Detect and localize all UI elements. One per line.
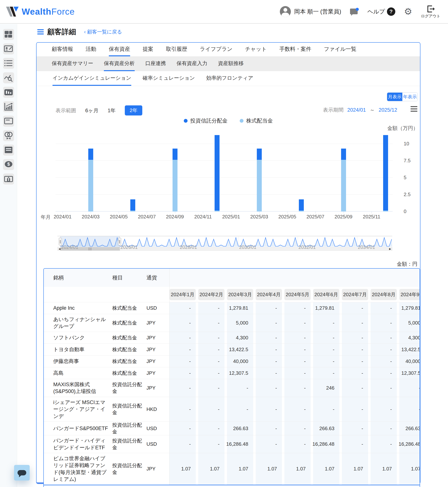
chat-fab-button[interactable] <box>14 465 30 480</box>
x-tick-mark <box>63 212 63 214</box>
cell-category: 株式配当金 <box>112 344 146 355</box>
table-row: Apple Inc株式配当金USD--1,279.81--1,279.81--1… <box>44 302 420 314</box>
cell-value: - <box>371 344 397 355</box>
cell-value: 1,279.81 <box>399 302 420 314</box>
subtab-保有資産分析[interactable]: 保有資産分析 <box>104 56 135 71</box>
tab-手数料・案件[interactable]: 手数料・案件 <box>280 43 312 56</box>
navigator-left-handle[interactable]: ∥ <box>59 238 62 245</box>
month-header-chip: 2024年2月 <box>198 289 224 300</box>
cell-value: - <box>169 356 196 367</box>
cell-security-name: MAXIS米国株式(S&P500)上場投信 <box>44 379 112 397</box>
navigator-selection[interactable] <box>60 236 120 247</box>
sidebar-item-list[interactable] <box>3 58 14 69</box>
tab-チャット[interactable]: チャット <box>245 43 267 56</box>
cell-value: - <box>256 379 282 397</box>
bar-stock-dividend <box>215 211 220 212</box>
navigator-scroll-right-arrow[interactable]: ▶ <box>388 247 392 251</box>
range-option-6ヶ月[interactable]: 6ヶ月 <box>85 107 98 114</box>
cell-value: - <box>342 379 368 397</box>
cell-month-values: --------- <box>169 397 420 422</box>
help-button[interactable]: ヘルプ ? <box>368 8 395 16</box>
cell-value: 266.63 <box>313 422 339 435</box>
subtab-口座連携[interactable]: 口座連携 <box>145 56 166 71</box>
period-from-value[interactable]: 2024/01 <box>347 107 366 113</box>
user-menu[interactable]: 岡本 順一 (営業員) <box>280 6 341 17</box>
navigator-right-handle[interactable]: ∥ <box>118 238 121 245</box>
sidebar-item-fee-dollar[interactable]: $ <box>3 159 14 170</box>
period-tilde: ～ <box>370 106 375 113</box>
cell-value: - <box>371 356 397 367</box>
income-table: 銘柄種目通貨2024年1月2024年2月2024年3月2024年4月2024年5… <box>43 268 420 487</box>
x-tick-mark <box>231 212 231 214</box>
tab-保有資産[interactable]: 保有資産 <box>109 43 130 56</box>
logout-button[interactable]: ログアウト <box>421 5 440 19</box>
month-header-slot: 2024年6月 <box>313 289 339 300</box>
toggle-year-display[interactable]: 年表示 <box>402 93 417 101</box>
cell-currency: JPY <box>146 356 169 367</box>
table-row: 高島株式配当金JPY--12,307.5-----12,307.5 <box>44 367 420 379</box>
navigator-scrollbar[interactable]: ◀|||▶ <box>57 247 392 251</box>
cell-category: 投資信託分配金 <box>112 453 146 485</box>
navigator-tick-label: 2032/01 <box>298 244 316 250</box>
tab-活動[interactable]: 活動 <box>86 43 96 56</box>
sidebar-item-proposal-card[interactable] <box>3 116 14 127</box>
tab-ファイル一覧[interactable]: ファイル一覧 <box>324 43 357 56</box>
total-month-values: 1.071.0792,863.991.071.0718,079.991.071.… <box>169 485 420 487</box>
simtab-効率的フロンティア[interactable]: 効率的フロンティア <box>206 71 253 86</box>
subtab-保有資産サマリー[interactable]: 保有資産サマリー <box>52 56 93 71</box>
x-tick-label: 2025/11 <box>363 214 380 220</box>
tab-取引履歴[interactable]: 取引履歴 <box>166 43 187 56</box>
sidebar-item-bar-chart[interactable] <box>3 87 14 98</box>
cell-value: - <box>256 422 282 435</box>
gridline <box>56 144 393 144</box>
tab-提案[interactable]: 提案 <box>143 43 153 56</box>
month-header-chip: 2024年7月 <box>342 289 368 300</box>
range-option-2年[interactable]: 2年 <box>125 105 142 115</box>
sidebar-item-growth-chart[interactable] <box>3 101 14 112</box>
cell-category: 株式配当金 <box>112 314 146 332</box>
tab-ライフプラン[interactable]: ライフプラン <box>200 43 232 56</box>
sidebar-item-dashboard[interactable] <box>3 29 14 40</box>
tab-顧客情報[interactable]: 顧客情報 <box>52 43 73 56</box>
toggle-month-display[interactable]: 月表示 <box>387 93 402 101</box>
settings-gear-icon[interactable]: ⚙ <box>404 7 412 16</box>
month-header-slot: 2024年2月 <box>198 289 224 300</box>
cell-value: 4,300 <box>227 332 253 343</box>
app-header: WealthForce 岡本 順一 (営業員) ヘルプ ? ⚙ ログアウト <box>0 0 448 24</box>
sidebar-item-document[interactable] <box>3 144 14 156</box>
month-header-chip: 2024年3月 <box>227 289 253 300</box>
table-row: トヨタ自動車株式配当金JPY--13,422.5-----13,422.5 <box>44 343 420 355</box>
total-value: 18,079.99 <box>313 485 339 487</box>
sidebar-item-rings[interactable] <box>3 130 14 141</box>
period-to-value[interactable]: 2025/12 <box>379 107 397 113</box>
sidebar-item-chart-search[interactable] <box>3 72 14 83</box>
avatar[interactable] <box>280 6 291 17</box>
cell-category: 株式配当金 <box>112 356 146 367</box>
range-option-1年[interactable]: 1年 <box>108 107 116 114</box>
sidebar-item-customer-card[interactable] <box>3 43 14 54</box>
x-tick-label: 2025/03 <box>250 214 268 220</box>
legend-label: 株式配当金 <box>246 117 273 124</box>
simtab-確率シミュレーション[interactable]: 確率シミュレーション <box>143 71 195 86</box>
navigator-tick-label: 2028/01 <box>180 244 197 250</box>
notifications-chat-icon[interactable] <box>350 8 359 16</box>
subtab-資産額推移[interactable]: 資産額推移 <box>218 56 244 71</box>
month-header-slot: 2024年7月 <box>342 289 368 300</box>
cell-value: - <box>284 332 311 343</box>
sidebar-item-export[interactable] <box>3 174 14 184</box>
cell-security-name: あいちフィナンシャルグループ <box>44 314 112 332</box>
bar-stock-dividend <box>173 160 177 212</box>
back-to-customer-list-link[interactable]: ‹ 顧客一覧に戻る <box>84 29 122 35</box>
table-month-header-row: 2024年1月2024年2月2024年3月2024年4月2024年5月2024年… <box>44 287 420 302</box>
simtab-インカムゲインシミュレーション[interactable]: インカムゲインシミュレーション <box>53 71 131 86</box>
cell-value: - <box>371 302 397 314</box>
chart-menu-icon[interactable] <box>410 106 417 112</box>
table-row: MAXIS米国株式(S&P500)上場投信投資信託分配金JPY-----246-… <box>44 379 420 397</box>
subtab-保有資産入力[interactable]: 保有資産入力 <box>176 56 207 71</box>
cell-value: - <box>342 356 368 367</box>
proposal-card-icon <box>4 117 13 126</box>
table-header-spacer <box>169 269 420 287</box>
cell-month-values: -----246--- <box>169 379 420 397</box>
month-year-toggle: 月表示 年表示 <box>387 92 418 101</box>
table-row: ピムコ世界金融ハイブリッド証券戦略ファンド(毎月決算型・通貨プレミアム)投資信託… <box>44 453 420 485</box>
